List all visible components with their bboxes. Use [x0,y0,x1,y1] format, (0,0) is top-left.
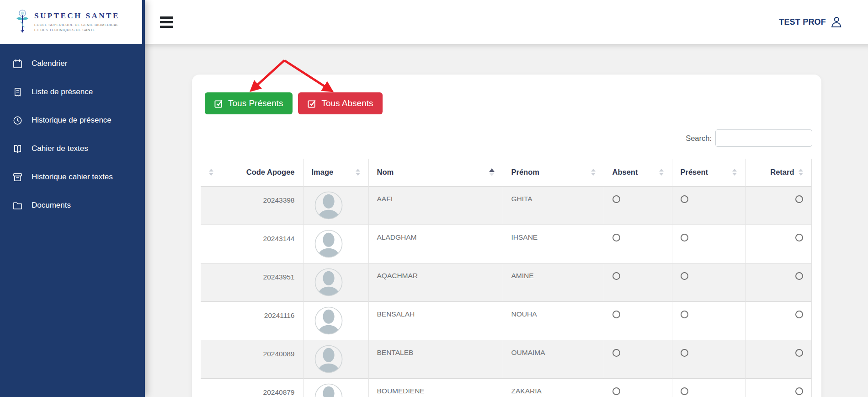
brand-tagline: ECOLE SUPERIEURE DE GENIE BIOMEDICAL ET … [34,22,120,32]
sort-icon [799,169,803,176]
retard-radio[interactable] [795,195,803,203]
column-header-image[interactable]: Image [303,159,368,186]
absent-radio[interactable] [612,234,620,241]
code-apogee-cell: 20240879 [201,378,303,397]
prenom-cell: OUMAIMA [503,340,604,378]
user-name: TEST PROF [779,17,826,27]
nom-cell: BENSALAH [368,301,503,340]
retard-radio[interactable] [795,234,803,241]
sidebar-item-label: Calendrier [32,59,67,68]
sort-icon [659,169,664,176]
sidebar-item-historique-cahier-textes[interactable]: Historique cahier textes [0,163,145,191]
code-apogee-cell: 20241116 [201,301,303,340]
calendar-icon [12,59,23,69]
absent-radio[interactable] [612,349,620,357]
sidebar-nav: Calendrier Liste de présence Historique … [0,49,145,220]
present-cell [672,340,745,378]
nom-cell: BENTALEB [368,340,503,378]
sidebar-item-cahier-de-textes[interactable]: Cahier de textes [0,134,145,163]
nom-cell: BOUMEDIENE [368,378,503,397]
image-cell [303,378,368,397]
attendance-table: Code Apogee Image Nom [201,159,812,397]
table-row: 20241116 BENSALAH NOUHA [201,301,811,340]
absent-cell [604,263,672,301]
hamburger-icon [160,16,173,19]
present-radio[interactable] [681,195,688,203]
present-radio[interactable] [681,234,688,241]
user-menu-button[interactable]: TEST PROF [779,16,842,28]
present-radio[interactable] [681,272,688,280]
column-header-absent[interactable]: Absent [604,159,672,186]
table-row: 20243398 AAFI GHITA [201,186,811,225]
archive-box-icon [12,172,23,182]
column-header-present[interactable]: Présent [672,159,745,186]
column-header-prenom[interactable]: Prénom [503,159,604,186]
tous-presents-button[interactable]: Tous Présents [205,92,293,114]
button-label: Tous Présents [228,98,283,108]
column-label: Code Apogee [246,168,295,177]
image-cell [303,186,368,225]
image-cell [303,301,368,340]
retard-cell [745,340,811,378]
column-header-retard[interactable]: Retard [745,159,811,186]
absent-radio[interactable] [612,195,620,203]
column-header-code-apogee[interactable]: Code Apogee [201,159,303,186]
retard-radio[interactable] [795,387,803,395]
retard-cell [745,378,811,397]
column-label: Nom [377,168,394,177]
absent-radio[interactable] [612,387,620,395]
sidebar-item-historique-de-presence[interactable]: Historique de présence [0,106,145,134]
retard-radio[interactable] [795,311,803,318]
absent-cell [604,225,672,263]
attendance-list-icon [12,87,23,97]
avatar [314,383,343,397]
present-radio[interactable] [681,311,688,318]
sidebar-item-documents[interactable]: Documents [0,191,145,220]
image-cell [303,225,368,263]
code-apogee-cell: 20243398 [201,186,303,225]
column-header-nom[interactable]: Nom [368,159,503,186]
code-apogee-cell: 20243951 [201,263,303,301]
open-book-icon [12,144,23,154]
column-label: Prénom [511,168,539,177]
prenom-cell: GHITA [503,186,604,225]
code-apogee-cell: 20240089 [201,340,303,378]
search-input[interactable] [715,129,812,147]
sort-icon [732,169,737,176]
attendance-page: SUPTECH SANTE ECOLE SUPERIEURE DE GENIE … [0,0,868,397]
clock-icon [12,115,23,126]
image-cell [303,263,368,301]
retard-cell [745,301,811,340]
person-icon [830,16,842,28]
absent-radio[interactable] [612,272,620,280]
column-label: Absent [612,168,638,177]
brand-logo-link[interactable]: SUPTECH SANTE ECOLE SUPERIEURE DE GENIE … [0,0,142,44]
sidebar-item-label: Cahier de textes [32,144,88,153]
prenom-cell: IHSANE [503,225,604,263]
hamburger-menu-button[interactable] [160,15,173,30]
avatar [314,191,343,220]
retard-radio[interactable] [795,349,803,357]
retard-cell [745,225,811,263]
present-cell [672,225,745,263]
checkbox-checked-icon [308,99,316,108]
sidebar-item-calendrier[interactable]: Calendrier [0,49,145,78]
sidebar-item-label: Historique de présence [32,116,112,125]
sidebar-item-liste-de-presence[interactable]: Liste de présence [0,78,145,106]
retard-radio[interactable] [795,272,803,280]
column-label: Image [312,168,334,177]
attendance-card: Tous Présents Tous Absents Search: [192,75,821,397]
tous-absents-button[interactable]: Tous Absents [298,92,383,114]
absent-cell [604,301,672,340]
avatar [314,230,343,258]
button-label: Tous Absents [321,98,373,108]
absent-radio[interactable] [612,311,620,318]
present-cell [672,263,745,301]
nom-cell: AAFI [368,186,503,225]
present-radio[interactable] [681,349,688,357]
avatar [314,345,343,373]
table-row: 20240879 BOUMEDIENE ZAKARIA [201,378,811,397]
column-label: Retard [770,168,794,177]
sidebar-item-label: Historique cahier textes [32,172,113,182]
present-radio[interactable] [681,387,688,395]
